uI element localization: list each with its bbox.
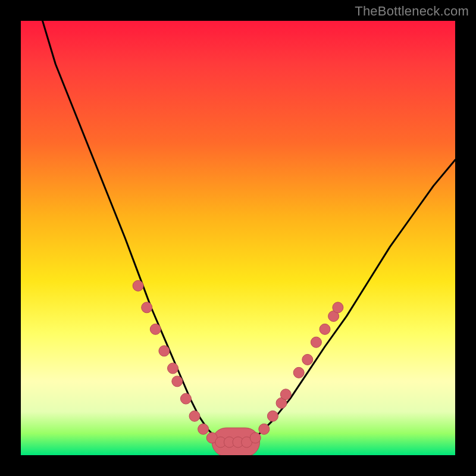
chart-frame: TheBottleneck.com [0,0,476,476]
chart-plot-area [21,21,455,455]
watermark-label: TheBottleneck.com [355,4,469,19]
